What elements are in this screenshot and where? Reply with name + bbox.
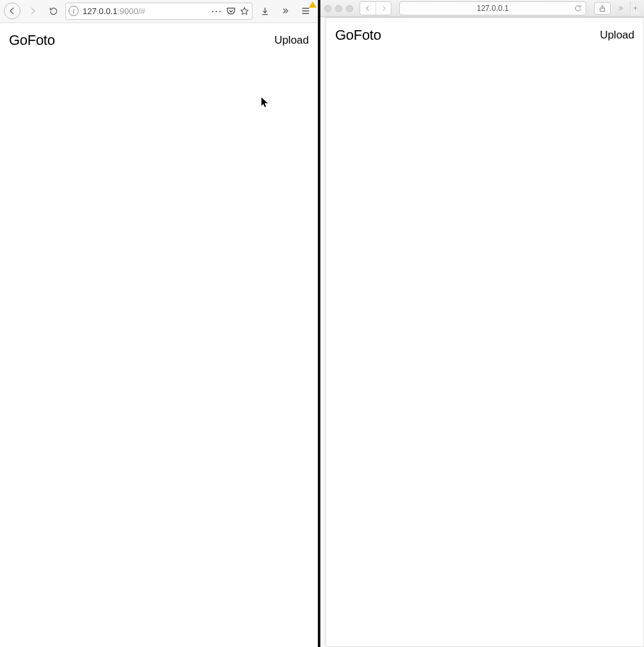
minimize-window-button[interactable]: [335, 5, 342, 12]
url-bar[interactable]: i 127.0.0.1:9000/# ···: [65, 3, 252, 20]
forward-button[interactable]: [376, 2, 391, 15]
reload-button[interactable]: [45, 3, 62, 19]
overflow-button[interactable]: [615, 4, 626, 12]
nav-buttons: [359, 1, 392, 15]
safari-window: 127.0.0.1 + GoFoto Upload: [320, 0, 644, 647]
firefox-window: i 127.0.0.1:9000/# ···: [0, 0, 320, 647]
zoom-window-button[interactable]: [346, 5, 353, 12]
downloads-button[interactable]: [256, 3, 273, 19]
share-button[interactable]: [594, 2, 611, 15]
window-controls[interactable]: [324, 5, 353, 12]
app-header: GoFoto Upload: [0, 23, 318, 56]
app-title[interactable]: GoFoto: [335, 27, 381, 44]
upload-button[interactable]: Upload: [274, 34, 309, 47]
app-title[interactable]: GoFoto: [9, 32, 55, 49]
page-body: GoFoto Upload: [326, 17, 644, 647]
pocket-icon[interactable]: [226, 6, 236, 16]
url-text: 127.0.0.1: [477, 4, 509, 13]
overflow-button[interactable]: [277, 3, 293, 19]
page-actions-icon[interactable]: ···: [211, 6, 222, 16]
back-button[interactable]: [4, 3, 21, 19]
reload-button[interactable]: [574, 4, 582, 12]
upload-button[interactable]: Upload: [600, 29, 634, 42]
bookmark-star-icon[interactable]: [240, 6, 249, 16]
close-window-button[interactable]: [324, 5, 331, 12]
forward-button: [24, 3, 41, 19]
url-bar[interactable]: 127.0.0.1: [399, 1, 586, 15]
new-tab-button[interactable]: +: [630, 1, 640, 15]
site-info-icon[interactable]: i: [69, 6, 79, 16]
app-menu-button[interactable]: [297, 3, 314, 19]
page-body: GoFoto Upload: [0, 23, 318, 647]
back-button[interactable]: [360, 2, 376, 15]
app-header: GoFoto Upload: [326, 18, 643, 51]
url-text: 127.0.0.1:9000/#: [83, 6, 208, 16]
warning-badge-icon: [309, 1, 317, 8]
safari-toolbar: 127.0.0.1 +: [320, 0, 644, 17]
firefox-toolbar: i 127.0.0.1:9000/# ···: [0, 0, 318, 23]
